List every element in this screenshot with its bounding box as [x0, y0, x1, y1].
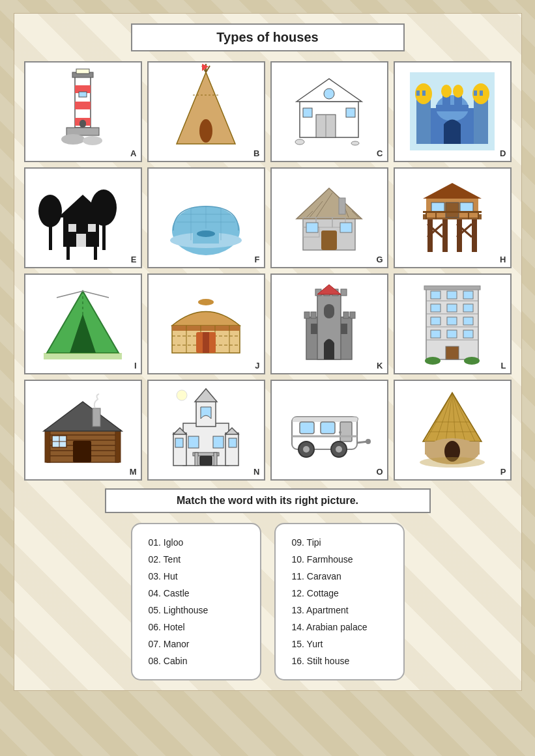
cell-o: O [270, 380, 388, 481]
cell-a: A [24, 61, 142, 162]
svg-rect-157 [115, 430, 121, 462]
svg-rect-142 [447, 317, 457, 325]
svg-rect-75 [321, 231, 337, 250]
svg-rect-127 [311, 324, 317, 334]
svg-rect-143 [463, 317, 473, 325]
svg-rect-174 [229, 438, 237, 447]
svg-point-24 [324, 89, 334, 99]
label-g: G [376, 255, 383, 264]
label-o: O [376, 467, 383, 477]
label-a: A [130, 148, 136, 158]
svg-rect-147 [446, 346, 459, 359]
svg-point-37 [441, 85, 452, 98]
svg-rect-171 [188, 436, 199, 448]
word-item-2: 02. Tent [149, 551, 244, 568]
svg-rect-91 [460, 203, 473, 212]
svg-rect-128 [341, 324, 347, 334]
label-l: L [501, 361, 506, 371]
svg-rect-39 [416, 91, 420, 96]
svg-rect-136 [447, 291, 457, 299]
label-c: C [377, 148, 383, 158]
cell-n: N [147, 380, 265, 481]
svg-rect-140 [463, 304, 473, 312]
svg-point-179 [177, 390, 187, 400]
label-j: J [255, 361, 259, 371]
svg-marker-158 [44, 402, 122, 431]
cell-j: J [147, 273, 265, 374]
word-item-4: 04. Castle [149, 585, 244, 602]
svg-rect-23 [346, 108, 355, 117]
left-word-column: 01. Igloo 02. Tent 03. Hut 04. Castle 05… [131, 523, 261, 680]
svg-rect-49 [66, 247, 70, 260]
svg-rect-137 [463, 291, 473, 299]
page-title: Types of houses [131, 23, 405, 51]
svg-point-105 [198, 299, 214, 305]
right-word-column: 09. Tipi 10. Farmhouse 11. Caravan 12. C… [274, 523, 405, 680]
word-item-10: 10. Farmhouse [292, 551, 387, 568]
svg-rect-135 [431, 291, 441, 299]
svg-rect-52 [88, 224, 96, 232]
label-p: P [500, 467, 506, 477]
svg-point-63 [197, 231, 215, 237]
svg-rect-92 [446, 203, 459, 217]
label-k: K [377, 361, 383, 371]
svg-point-184 [339, 431, 341, 434]
svg-marker-192 [423, 393, 482, 441]
cell-k: K [270, 273, 388, 374]
svg-rect-183 [340, 422, 352, 441]
svg-rect-53 [76, 234, 86, 247]
label-d: D [500, 148, 506, 158]
cell-e: E [24, 167, 142, 268]
svg-rect-114 [203, 332, 209, 353]
svg-rect-77 [340, 223, 352, 232]
svg-rect-51 [68, 224, 76, 232]
svg-rect-5 [76, 69, 89, 74]
word-item-12: 12. Cottage [292, 585, 387, 602]
svg-rect-83 [442, 219, 448, 252]
word-item-16: 16. Stilt house [292, 652, 387, 669]
svg-rect-138 [431, 304, 441, 312]
svg-rect-176 [195, 453, 198, 466]
svg-rect-78 [339, 198, 345, 214]
svg-rect-146 [463, 330, 473, 338]
word-item-3: 03. Hut [149, 568, 244, 585]
label-h: H [500, 255, 506, 264]
word-item-1: 01. Igloo [149, 534, 244, 551]
svg-point-148 [425, 357, 441, 365]
svg-marker-65 [296, 188, 362, 219]
match-title: Match the word with its right picture. [105, 488, 431, 513]
image-grid: A [24, 61, 512, 481]
svg-marker-166 [195, 389, 217, 402]
svg-rect-50 [94, 247, 97, 260]
label-n: N [253, 467, 259, 477]
cell-d: D [394, 61, 512, 162]
svg-rect-42 [480, 91, 483, 96]
cell-i: I [24, 273, 142, 374]
svg-point-189 [336, 446, 342, 453]
svg-rect-181 [300, 422, 314, 434]
svg-point-9 [61, 134, 85, 145]
svg-rect-8 [79, 92, 87, 97]
word-item-9: 09. Tipi [292, 534, 387, 551]
svg-rect-139 [447, 304, 457, 312]
svg-rect-123 [343, 312, 349, 318]
svg-rect-172 [213, 436, 224, 448]
svg-rect-101 [44, 353, 122, 359]
word-item-15: 15. Yurt [292, 636, 387, 652]
cell-f: F [147, 167, 265, 268]
word-item-5: 05. Lighthouse [149, 602, 244, 619]
svg-point-26 [351, 141, 359, 145]
label-m: M [130, 467, 137, 477]
svg-point-44 [38, 195, 62, 227]
svg-rect-156 [45, 430, 50, 462]
cell-h: H [394, 167, 512, 268]
svg-rect-141 [431, 317, 441, 325]
svg-point-15 [199, 119, 212, 143]
word-item-6: 06. Hotel [149, 619, 244, 636]
svg-rect-178 [199, 456, 212, 466]
label-b: B [253, 148, 259, 158]
svg-point-187 [303, 446, 310, 453]
svg-rect-40 [422, 91, 426, 96]
label-f: F [255, 255, 260, 264]
svg-rect-7 [80, 120, 86, 128]
